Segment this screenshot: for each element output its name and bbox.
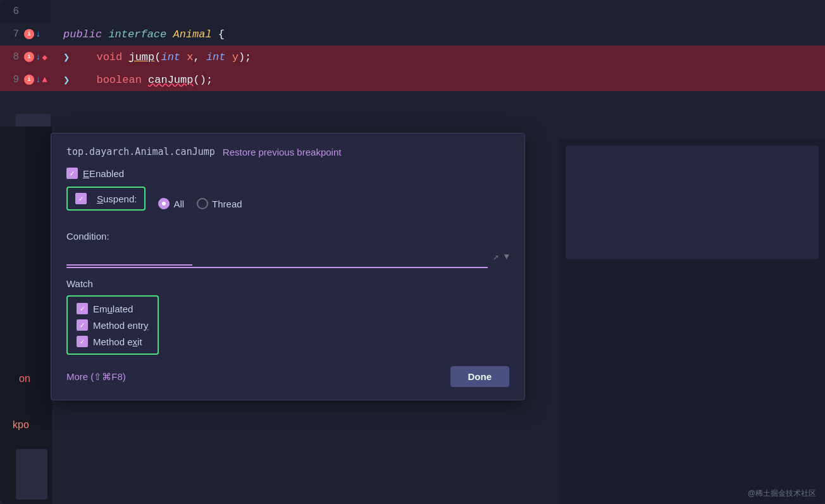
method-entry-checkbox[interactable] xyxy=(77,319,88,331)
thread-radio[interactable] xyxy=(197,198,208,209)
all-radio[interactable] xyxy=(158,198,170,209)
done-button[interactable]: Done xyxy=(450,366,510,387)
screen: 6 } */ ↗ 7 i ↓ public interface Animal { xyxy=(0,0,825,504)
suspend-checkbox[interactable] xyxy=(75,193,87,204)
dropdown-arrow[interactable]: ▼ xyxy=(504,252,509,262)
emulated-label: Emulated xyxy=(93,304,133,314)
breakpoint-icon-7: i xyxy=(24,29,34,39)
method-exit-checkbox[interactable] xyxy=(77,336,88,347)
code-line-7: public interface Animal { xyxy=(51,23,225,46)
left-sidebar: on kpo ↓ . xyxy=(0,126,52,504)
watermark: @稀土掘金技术社区 xyxy=(748,488,816,499)
condition-input[interactable] xyxy=(66,245,192,266)
breakpoint-dialog: top.dayarch.Animal.canJump Restore previ… xyxy=(51,133,525,400)
method-entry-label: Method entry xyxy=(93,320,149,331)
watch-label: Watch xyxy=(66,278,509,289)
watch-box: Emulated Method entry Method exit xyxy=(66,295,159,355)
all-radio-row[interactable]: All xyxy=(158,198,184,209)
thread-label: Thread xyxy=(212,199,242,209)
dialog-footer: More (⇧⌘F8) Done xyxy=(66,366,509,387)
method-entry-row: Method entry xyxy=(77,319,149,331)
emulated-checkbox[interactable] xyxy=(77,303,88,314)
method-exit-label: Method exit xyxy=(93,336,142,347)
method-exit-row: Method exit xyxy=(77,336,149,347)
breakpoint-icon-8: i xyxy=(24,52,34,62)
condition-input-row: ↗ ▼ xyxy=(66,245,509,268)
watch-section: Watch Emulated Method entry Method exit xyxy=(66,278,509,355)
triangle-icon-9: ▲ xyxy=(42,75,47,85)
restore-link[interactable]: Restore previous breakpoint xyxy=(223,147,342,157)
expand-icon[interactable]: ↗ xyxy=(493,250,499,263)
suspend-row: Suspend: xyxy=(66,187,146,211)
all-label: All xyxy=(173,199,184,209)
condition-section: Condition: ↗ ▼ xyxy=(66,231,509,268)
thread-radio-row[interactable]: Thread xyxy=(197,198,242,209)
suspend-section: Suspend: All Thread xyxy=(66,187,509,221)
emulated-row: Emulated xyxy=(77,303,149,314)
diamond-icon-8: ◆ xyxy=(42,52,47,63)
enabled-label: EEnabled xyxy=(83,168,124,179)
sidebar-small-rect xyxy=(16,449,47,500)
more-link[interactable]: More (⇧⌘F8) xyxy=(66,371,126,383)
right-panel-inner xyxy=(566,145,819,259)
line-number-9: 9 xyxy=(6,74,19,85)
line-number-6: 6 xyxy=(6,6,19,17)
canJump-method: canJump xyxy=(148,74,193,86)
code-remainder xyxy=(51,91,825,139)
condition-label: Condition: xyxy=(66,231,509,242)
condition-divider xyxy=(66,267,488,268)
arrow-down-icon-9: ↓ xyxy=(35,75,40,85)
suspend-label: Suspend: xyxy=(97,194,137,204)
code-line-8: ❯ void jump ( int x , int y ); xyxy=(51,46,251,68)
arrow-down-icon-7: ↓ xyxy=(35,29,40,39)
enabled-row: EEnabled xyxy=(66,168,509,179)
line-number-7: 7 xyxy=(6,28,19,40)
line-number-8: 8 xyxy=(6,51,19,63)
dialog-header: top.dayarch.Animal.canJump Restore previ… xyxy=(66,146,509,157)
jump-method: jump xyxy=(128,51,154,63)
code-line-9: ❯ boolean canJump (); xyxy=(51,68,213,91)
kpo-label: kpo xyxy=(13,419,29,431)
dialog-title: top.dayarch.Animal.canJump xyxy=(66,146,215,157)
breakpoint-icon-9: i xyxy=(24,75,34,85)
arrow-down-icon-8: ↓ xyxy=(35,52,40,62)
on-label: on xyxy=(19,373,30,384)
condition-input-wrapper xyxy=(66,245,488,268)
right-panel xyxy=(559,139,825,504)
enabled-checkbox[interactable] xyxy=(66,168,78,179)
